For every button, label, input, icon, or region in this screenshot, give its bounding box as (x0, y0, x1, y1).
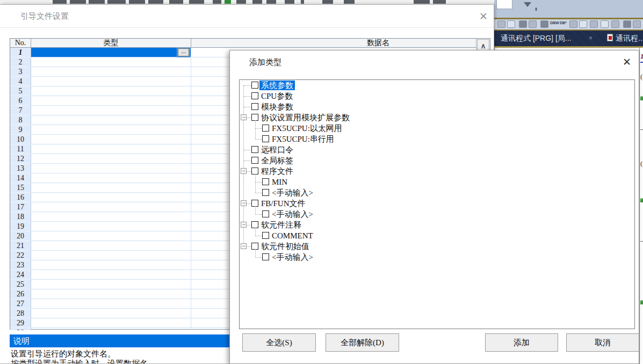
toolbar-icon[interactable] (611, 20, 619, 28)
toolbar-icon[interactable] (507, 20, 515, 28)
toolbar-icon[interactable] (590, 20, 598, 28)
browse-type-button[interactable]: ... (178, 48, 189, 56)
type-cell[interactable] (31, 299, 191, 309)
tree-item[interactable]: −软元件初始值 (240, 241, 634, 252)
type-checkbox[interactable] (262, 253, 269, 260)
tree-item-label[interactable]: 软元件注释 (259, 220, 303, 230)
type-cell[interactable] (31, 280, 191, 289)
type-checkbox[interactable] (251, 157, 258, 164)
toolbar-icon[interactable] (569, 20, 577, 28)
tab-close-icon[interactable]: × (589, 34, 593, 42)
type-checkbox[interactable] (262, 210, 269, 217)
dropdown-arrow-icon[interactable] (524, 2, 531, 7)
type-checkbox[interactable] (251, 92, 258, 99)
tree-item[interactable]: 全局标签 (240, 155, 634, 166)
type-checkbox[interactable] (251, 82, 258, 89)
type-cell[interactable] (31, 135, 191, 144)
tree-item-label[interactable]: FX5UCPU:以太网用 (270, 123, 344, 133)
tree-item-label[interactable]: 全局标签 (259, 156, 295, 165)
toolbar-icon[interactable] (497, 20, 505, 28)
tree-item[interactable]: 远程口令 (240, 144, 634, 155)
type-cell[interactable] (31, 328, 191, 330)
type-cell[interactable] (31, 173, 191, 183)
expand-minus-icon[interactable]: − (241, 168, 247, 174)
tree-item-label[interactable]: <手动输入> (270, 252, 315, 262)
tab-communication-program-2[interactable]: 通讯程... (616, 34, 643, 43)
type-cell[interactable] (31, 212, 191, 222)
type-cell[interactable] (31, 154, 191, 164)
tree-item-label[interactable]: CPU参数 (259, 91, 294, 101)
type-cell[interactable] (31, 309, 191, 318)
type-checkbox[interactable] (262, 189, 269, 196)
tree-item[interactable]: <手动输入> (240, 209, 634, 220)
tree-item[interactable]: FX5UCPU:以太网用 (240, 123, 634, 134)
type-cell[interactable] (31, 67, 191, 77)
toolbar-icon[interactable] (601, 20, 609, 28)
type-cell[interactable] (31, 193, 191, 202)
type-cell[interactable] (31, 115, 191, 125)
type-cell[interactable] (31, 202, 191, 212)
type-cell[interactable] (31, 77, 191, 86)
toolbar-icon[interactable] (529, 20, 537, 28)
expand-minus-icon[interactable]: − (241, 114, 247, 120)
tree-item[interactable]: CPU参数 (240, 91, 634, 101)
tree-item-label[interactable]: 远程口令 (259, 145, 295, 155)
toolbar-icon[interactable] (623, 20, 631, 28)
tree-item[interactable]: −协议设置用模块扩展参数 (240, 112, 634, 123)
type-cell[interactable] (31, 222, 191, 231)
type-cell[interactable] (31, 86, 191, 96)
type-cell[interactable] (31, 96, 191, 106)
tree-item[interactable]: −FB/FUN文件 (240, 198, 634, 209)
tree-item-label[interactable]: 程序文件 (259, 166, 295, 176)
add-button[interactable]: 添加 (485, 333, 558, 352)
toolbar-icon[interactable] (519, 20, 527, 28)
tree-item[interactable]: <手动输入> (240, 187, 634, 198)
toolbar-icon[interactable] (540, 20, 548, 28)
type-checkbox[interactable] (251, 103, 258, 110)
close-icon[interactable]: ✕ (475, 9, 492, 24)
type-cell[interactable] (31, 289, 191, 299)
tree-item-label[interactable]: FB/FUN文件 (259, 199, 307, 208)
select-all-button[interactable]: 全选(S) (242, 333, 316, 352)
type-cell[interactable] (31, 270, 191, 280)
toolbar-icon[interactable] (633, 20, 641, 28)
type-cell[interactable] (31, 231, 191, 241)
tree-item[interactable]: 模块参数 (240, 101, 634, 112)
tree-item[interactable]: MIN (240, 177, 634, 187)
tab-communication-program[interactable]: 通讯程式 [PRG] [局... (501, 34, 571, 43)
close-icon[interactable]: ✕ (619, 55, 635, 70)
tree-item-label[interactable]: <手动输入> (270, 209, 315, 219)
toolbar-overflow-icon[interactable]: ⇟ (533, 8, 539, 14)
tree-item[interactable]: −软元件注释 (240, 220, 634, 230)
type-cell[interactable]: ... (31, 48, 191, 57)
expand-minus-icon[interactable]: − (241, 222, 247, 228)
tree-item-label[interactable]: 模块参数 (259, 102, 295, 112)
tree-item-label[interactable]: COMMENT (270, 231, 315, 241)
expand-minus-icon[interactable]: − (241, 243, 247, 249)
type-cell[interactable] (31, 164, 191, 173)
tree-item-label[interactable]: FX5UCPU:串行用 (270, 134, 336, 144)
tree-item[interactable]: FX5UCPU:串行用 (240, 134, 634, 144)
deselect-all-button[interactable]: 全部解除(D) (326, 333, 399, 352)
type-cell[interactable] (31, 183, 191, 193)
toolbar-icon[interactable] (579, 20, 587, 28)
type-cell[interactable] (31, 57, 191, 67)
type-cell[interactable] (31, 260, 191, 270)
tree-item-label[interactable]: 软元件初始值 (259, 242, 311, 251)
tree-item[interactable]: −程序文件 (240, 166, 634, 177)
type-checkbox[interactable] (262, 135, 269, 142)
type-checkbox[interactable] (262, 178, 269, 185)
cancel-button[interactable]: 取消 (566, 333, 639, 352)
tree-item-label[interactable]: <手动输入> (270, 188, 315, 198)
tree-item-label[interactable]: MIN (270, 177, 289, 187)
type-cell[interactable] (31, 251, 191, 260)
type-cell[interactable] (31, 144, 191, 154)
type-cell[interactable] (31, 318, 191, 328)
type-checkbox[interactable] (251, 146, 258, 153)
tree-item-label[interactable]: 协议设置用模块扩展参数 (259, 113, 351, 122)
expand-minus-icon[interactable]: − (241, 200, 247, 206)
type-checkbox[interactable] (262, 125, 269, 132)
type-cell[interactable] (31, 241, 191, 251)
type-cell[interactable] (31, 125, 191, 135)
type-cell[interactable] (31, 106, 191, 115)
